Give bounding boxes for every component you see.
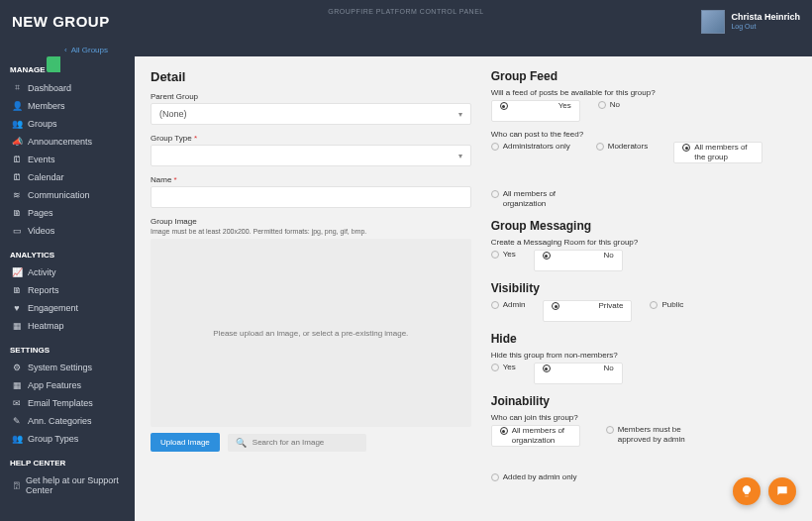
sidebar-icon: 📣 bbox=[12, 137, 22, 147]
feed-q1: Will a feed of posts be available for th… bbox=[491, 88, 796, 97]
sidebar-icon: ▦ bbox=[12, 380, 22, 390]
sidebar-item-members[interactable]: 👤Members bbox=[0, 97, 135, 115]
sidebar-item-label: Announcements bbox=[28, 137, 92, 147]
logout-link[interactable]: Log Out bbox=[731, 23, 800, 31]
sidebar-item-label: Get help at our Support Center bbox=[26, 475, 125, 495]
chevron-left-icon: ‹ bbox=[64, 46, 67, 54]
sidebar-item-label: Ann. Categories bbox=[28, 416, 92, 426]
image-search-input[interactable] bbox=[253, 438, 358, 447]
name-input[interactable] bbox=[151, 186, 471, 208]
hide-no[interactable]: No bbox=[534, 363, 623, 384]
chat-button[interactable] bbox=[768, 477, 796, 505]
sidebar-section-head: SETTINGS bbox=[0, 342, 135, 359]
hide-heading: Hide bbox=[491, 332, 796, 346]
sidebar-item-email-templates[interactable]: ✉Email Templates bbox=[0, 394, 135, 412]
main-content: Detail Parent Group (None) ▾ Group Type … bbox=[135, 56, 812, 521]
feed-post-option-0[interactable]: Administrators only bbox=[491, 142, 570, 163]
avatar[interactable] bbox=[701, 10, 725, 34]
sidebar-icon: ✉ bbox=[12, 398, 22, 408]
sidebar-item-label: Heatmap bbox=[28, 321, 64, 331]
sidebar-item-get-help-at-our-support-center[interactable]: ⍰Get help at our Support Center bbox=[0, 471, 135, 499]
sidebar-item-system-settings[interactable]: ⚙System Settings bbox=[0, 359, 135, 376]
detail-heading: Detail bbox=[151, 69, 471, 84]
sidebar-item-ann-categories[interactable]: ✎Ann. Categories bbox=[0, 412, 135, 430]
sidebar-item-groups[interactable]: 👥Groups bbox=[0, 115, 135, 133]
group-image-hint: Image must be at least 200x200. Permitte… bbox=[151, 228, 408, 235]
sidebar-item-heatmap[interactable]: ▦Heatmap bbox=[0, 317, 135, 335]
breadcrumb: ‹ All Groups bbox=[0, 43, 812, 56]
joinability-option-2[interactable]: Added by admin only bbox=[491, 472, 577, 482]
joinability-option-1[interactable]: Members must be approved by admin bbox=[606, 425, 695, 447]
sidebar-item-label: Activity bbox=[28, 267, 56, 277]
chevron-down-icon: ▾ bbox=[458, 152, 462, 160]
sidebar-item-label: Videos bbox=[28, 226, 54, 236]
sidebar-item-dashboard[interactable]: ⌗Dashboard bbox=[0, 78, 135, 97]
sidebar-icon: ♥ bbox=[12, 303, 22, 313]
sidebar-icon: ▭ bbox=[12, 226, 22, 236]
visibility-option-0[interactable]: Admin bbox=[491, 300, 526, 322]
image-dropzone-text: Please upload an image, or select a pre-… bbox=[213, 329, 408, 338]
sidebar-item-announcements[interactable]: 📣Announcements bbox=[0, 133, 135, 151]
sidebar-icon: ⌗ bbox=[12, 82, 22, 93]
joinability-q: Who can join this group? bbox=[491, 413, 796, 422]
group-image-label: Group Image bbox=[151, 217, 471, 226]
image-dropzone[interactable]: Please upload an image, or select a pre-… bbox=[151, 239, 471, 427]
sidebar-item-label: Engagement bbox=[28, 303, 78, 313]
sidebar-item-reports[interactable]: 🗎Reports bbox=[0, 281, 135, 299]
user-name: Christa Heinrich bbox=[731, 13, 800, 23]
visibility-option-2[interactable]: Public bbox=[650, 300, 683, 322]
sidebar-icon: ⚙ bbox=[12, 363, 22, 372]
sidebar-item-app-features[interactable]: ▦App Features bbox=[0, 376, 135, 394]
sidebar-item-label: Group Types bbox=[28, 434, 78, 444]
sidebar-item-label: Reports bbox=[28, 285, 59, 295]
parent-group-value: (None) bbox=[159, 109, 187, 119]
sidebar-item-label: Events bbox=[28, 155, 55, 164]
feed-no[interactable]: No bbox=[598, 100, 620, 122]
messaging-q: Create a Messaging Room for this group? bbox=[491, 238, 796, 247]
sidebar-icon: 👥 bbox=[12, 119, 22, 129]
sidebar-icon: 🗎 bbox=[12, 285, 22, 295]
hide-yes[interactable]: Yes bbox=[491, 363, 516, 384]
messaging-yes[interactable]: Yes bbox=[491, 250, 516, 271]
image-search-wrap[interactable]: 🔍 bbox=[228, 434, 366, 452]
sidebar-item-label: Calendar bbox=[28, 172, 64, 182]
sidebar-icon: 🗓 bbox=[12, 172, 22, 182]
visibility-option-1[interactable]: Private bbox=[543, 300, 632, 322]
sidebar-item-events[interactable]: 🗓Events bbox=[0, 151, 135, 168]
sidebar-item-videos[interactable]: ▭Videos bbox=[0, 222, 135, 240]
green-tab-edge bbox=[47, 56, 60, 72]
feed-yes[interactable]: Yes bbox=[491, 100, 580, 122]
sidebar-item-communication[interactable]: ≋Communication bbox=[0, 186, 135, 204]
sidebar-icon: 📈 bbox=[12, 267, 22, 277]
sidebar-icon: 🗎 bbox=[12, 208, 22, 218]
help-bulb-button[interactable] bbox=[733, 477, 761, 505]
visibility-heading: Visibility bbox=[491, 281, 796, 295]
sidebar-item-activity[interactable]: 📈Activity bbox=[0, 263, 135, 281]
group-type-select[interactable]: ▾ bbox=[151, 145, 471, 166]
sidebar-item-label: Email Templates bbox=[28, 398, 93, 408]
parent-group-select[interactable]: (None) ▾ bbox=[151, 103, 471, 125]
sidebar-section-head: MANAGE bbox=[0, 61, 135, 78]
sidebar-item-group-types[interactable]: 👥Group Types bbox=[0, 430, 135, 448]
hide-q: Hide this group from non-members? bbox=[491, 351, 796, 360]
joinability-option-0[interactable]: All members of organization bbox=[491, 425, 580, 447]
feed-post-option-3[interactable]: All members of organization bbox=[491, 189, 580, 209]
group-feed-heading: Group Feed bbox=[491, 69, 796, 83]
sidebar-item-label: Members bbox=[28, 101, 65, 111]
sidebar-section-head: ANALYTICS bbox=[0, 247, 135, 263]
feed-post-option-2[interactable]: All members of the group bbox=[673, 142, 762, 163]
sidebar-item-engagement[interactable]: ♥Engagement bbox=[0, 299, 135, 317]
sidebar-icon: 👤 bbox=[12, 101, 22, 111]
sidebar-item-label: Dashboard bbox=[28, 83, 71, 93]
feed-post-option-1[interactable]: Moderators bbox=[596, 142, 648, 163]
upload-image-button[interactable]: Upload Image bbox=[151, 433, 220, 452]
back-link[interactable]: All Groups bbox=[71, 46, 108, 54]
sidebar-item-label: Communication bbox=[28, 190, 90, 200]
sidebar-icon: 🗓 bbox=[12, 155, 22, 164]
sidebar-item-pages[interactable]: 🗎Pages bbox=[0, 204, 135, 222]
topbar: NEW GROUP GROUPFIRE PLATFORM CONTROL PAN… bbox=[0, 0, 812, 43]
messaging-no[interactable]: No bbox=[534, 250, 623, 271]
sidebar-item-calendar[interactable]: 🗓Calendar bbox=[0, 168, 135, 186]
messaging-heading: Group Messaging bbox=[491, 219, 796, 233]
sidebar-icon: ✎ bbox=[12, 416, 22, 426]
